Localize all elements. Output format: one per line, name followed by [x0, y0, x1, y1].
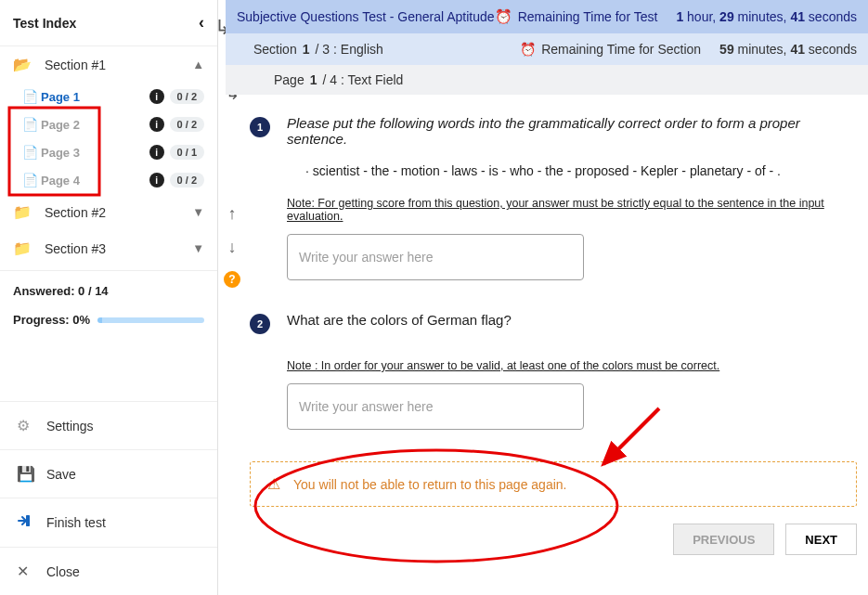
page-label: Page 3: [41, 146, 149, 160]
file-icon: 📄: [22, 89, 41, 104]
question-note: Note: For getting score from this questi…: [287, 197, 857, 223]
save-icon: 💾: [17, 465, 46, 483]
info-icon: i: [149, 145, 164, 160]
page-row-3[interactable]: 📄 Page 3 i 0 / 1: [0, 138, 217, 166]
clock-icon: ⏰: [520, 42, 536, 57]
section-label: Section #3: [33, 241, 192, 256]
remaining-test-value: 1 hour, 29 minutes, 41 seconds: [676, 9, 857, 24]
file-icon: 📄: [22, 145, 41, 160]
folder-icon: 📁: [13, 239, 33, 257]
question-words: · scientist - the - motion - laws - is -…: [305, 163, 857, 178]
info-icon: i: [149, 173, 164, 188]
section-row-2[interactable]: 📁 Section #2 ▼: [0, 194, 217, 230]
file-icon: 📄: [22, 173, 41, 188]
page-score: 0 / 2: [170, 89, 204, 104]
chevron-down-icon: ▼: [192, 205, 204, 219]
question-content: 1 Please put the following words into th…: [226, 95, 868, 507]
test-header-bar: Subjective Questions Test - General Apti…: [226, 0, 868, 33]
section-1-pages: 📄 Page 1 i 0 / 2 📄 Page 2 i 0 / 2 📄 Page…: [0, 83, 217, 194]
remaining-section-label: Remaining Time for Section: [541, 42, 701, 57]
previous-button[interactable]: PREVIOUS: [673, 524, 774, 555]
gear-icon: ⚙: [17, 417, 46, 434]
progress-row: Progress: 0%: [0, 307, 217, 340]
main-panel: Subjective Questions Test - General Apti…: [226, 0, 868, 595]
progress-bar: [97, 317, 204, 323]
divider: [0, 270, 217, 271]
page-score: 0 / 2: [170, 117, 204, 132]
remaining-test-label: Remaining Time for Test: [518, 9, 658, 24]
close-icon: ✕: [17, 563, 46, 580]
chevron-down-icon: ▼: [192, 241, 204, 255]
section-word: Section: [253, 42, 297, 57]
folder-open-icon: 📂: [13, 56, 33, 73]
answer-input-2[interactable]: [287, 383, 584, 430]
save-menu-item[interactable]: 💾 Save: [0, 449, 217, 498]
sidebar: Test Index ‹ 📂 Section #1 ▲ 📄 Page 1 i 0…: [0, 0, 218, 595]
close-menu-item[interactable]: ✕ Close: [0, 547, 217, 595]
collapse-sidebar-icon[interactable]: ‹: [199, 13, 204, 32]
page-header-bar: Page 1 / 4 : Text Field: [226, 65, 868, 95]
page-rest: / 4 : Text Field: [323, 72, 404, 87]
section-row-1[interactable]: 📂 Section #1 ▲: [0, 46, 217, 83]
progress-label: Progress: 0%: [13, 313, 90, 327]
section-pos: 1: [303, 42, 310, 57]
section-label: Section #1: [33, 58, 192, 72]
file-icon: 📄: [22, 117, 41, 132]
finish-icon: [17, 513, 46, 532]
menu-label: Settings: [46, 419, 94, 433]
remaining-section-value: 59 minutes, 41 seconds: [719, 42, 857, 57]
page-label: Page 4: [41, 174, 149, 188]
page-pos: 1: [310, 72, 317, 87]
info-icon: i: [149, 89, 164, 104]
info-icon: i: [149, 117, 164, 132]
page-row-4[interactable]: 📄 Page 4 i 0 / 2: [0, 166, 217, 194]
question-number-badge: 2: [250, 314, 270, 334]
clock-icon: ⏰: [495, 8, 512, 25]
sidebar-title: Test Index: [13, 16, 76, 31]
question-2: 2 What are the colors of German flag? No…: [250, 312, 857, 430]
test-title: Subjective Questions Test - General Apti…: [237, 9, 495, 24]
section-label: Section #2: [33, 205, 192, 220]
folder-icon: 📁: [13, 203, 33, 221]
sidebar-menu: ⚙ Settings 💾 Save Finish test ✕ Close: [0, 401, 217, 595]
warning-text: You will not be able to return to this p…: [293, 477, 566, 492]
question-note: Note : In order for your answer to be va…: [287, 359, 857, 372]
question-text: Please put the following words into the …: [287, 115, 857, 147]
nav-buttons-row: PREVIOUS NEXT: [226, 524, 868, 570]
page-row-2[interactable]: 📄 Page 2 i 0 / 2: [0, 110, 217, 138]
page-score: 0 / 1: [170, 145, 204, 160]
next-button[interactable]: NEXT: [785, 524, 857, 555]
answer-input-1[interactable]: [287, 234, 584, 280]
chevron-up-icon: ▲: [192, 58, 204, 71]
section-name: English: [341, 42, 383, 57]
section-header-bar: Section 1 / 3 : English ⏰ Remaining Time…: [226, 33, 868, 65]
section-total: / 3 :: [316, 42, 337, 57]
menu-label: Close: [46, 564, 80, 579]
menu-label: Finish test: [46, 515, 106, 530]
svg-rect-0: [26, 515, 30, 526]
menu-label: Save: [46, 467, 76, 482]
warning-banner: ⚠ You will not be able to return to this…: [250, 461, 857, 507]
sidebar-title-row: Test Index ‹: [0, 0, 217, 46]
page-score: 0 / 2: [170, 173, 204, 188]
settings-menu-item[interactable]: ⚙ Settings: [0, 401, 217, 449]
answered-count: Answered: 0 / 14: [0, 275, 217, 307]
question-number-badge: 1: [250, 117, 270, 137]
section-row-3[interactable]: 📁 Section #3 ▼: [0, 230, 217, 266]
page-row-1[interactable]: 📄 Page 1 i 0 / 2: [0, 83, 217, 110]
finish-menu-item[interactable]: Finish test: [0, 498, 217, 547]
page-label: Page 2: [41, 118, 149, 132]
warning-icon: ⚠: [267, 475, 280, 493]
page-word: Page: [274, 72, 304, 87]
question-1: 1 Please put the following words into th…: [250, 115, 857, 280]
question-text: What are the colors of German flag?: [287, 312, 857, 328]
page-label: Page 1: [41, 90, 149, 104]
